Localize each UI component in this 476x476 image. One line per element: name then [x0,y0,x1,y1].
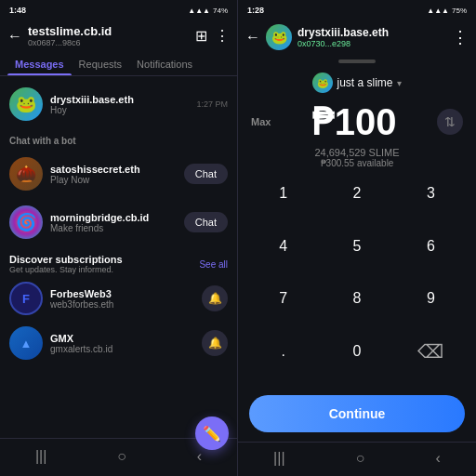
discover-subtitle: Get updates. Stay informed. [9,265,123,274]
left-time: 1:48 [9,6,26,15]
slime-amount: 24,694,529 SLIME [238,147,476,158]
numpad-0[interactable]: 0 [321,334,392,369]
bot-avatar-morning: 🌀 [9,205,43,239]
numpad-backspace[interactable]: ⌫ [395,334,467,369]
right-title-block: drystxiii.base.eth 0x0730...e298 [298,26,446,48]
bot-item-satoshi[interactable]: 🌰 satoshissecret.eth Play Now Chat [0,150,237,198]
bot-content-satoshi: satoshissecret.eth Play Now [50,164,177,185]
left-back-button[interactable]: ← [7,28,22,45]
tab-notifications[interactable]: Notifications [129,51,200,75]
nav-home-right[interactable]: ○ [341,446,380,470]
right-bottom-nav: ||| ○ ‹ [238,442,476,476]
numpad-1[interactable]: 1 [247,176,319,211]
swap-icon[interactable]: ⇅ [437,109,463,135]
numpad: 1 2 3 4 5 6 7 8 9 . 0 ⌫ [238,170,476,390]
chevron-down-icon: ▾ [397,78,402,88]
left-account-name: testslime.cb.id [28,24,190,38]
sub-item-gmx[interactable]: ▲ GMX gmxalerts.cb.id 🔔 [0,321,237,365]
bot-name-satoshi: satoshissecret.eth [50,164,177,175]
right-account-name: drystxiii.base.eth [298,26,446,39]
numpad-dot[interactable]: . [247,334,319,369]
avatar: 🐸 [9,87,43,121]
amount-row: Max ₱100 ⇅ [238,100,476,143]
discover-header: Discover subscriptions Get updates. Stay… [0,246,237,276]
bot-preview-morning: Make friends [50,223,177,233]
message-time: 1:27 PM [196,99,228,109]
numpad-2[interactable]: 2 [321,176,392,211]
token-name: just a slime [337,76,392,89]
bell-icon-gmx[interactable]: 🔔 [202,330,228,356]
signal-icon: ▲▲▲ [188,7,210,15]
nav-home-left[interactable]: ○ [102,444,141,469]
sub-address-gmx: gmxalerts.cb.id [50,344,194,354]
slime-available: ₱300.55 available [238,158,476,168]
right-account-address: 0x0730...e298 [298,39,446,48]
numpad-3[interactable]: 3 [395,176,467,211]
battery-icon: 74% [213,7,228,15]
right-signal-icon: ▲▲▲ [427,7,449,15]
bot-preview-satoshi: Play Now [50,175,177,185]
left-header: ← testslime.cb.id 0x0687...98c6 ⊞ ⋮ [0,20,237,51]
amount-display: ₱100 [271,100,437,143]
messages-list: 🐸 drystxiii.base.eth Hoy 1:27 PM Chat wi… [0,76,237,438]
chat-button-satoshi[interactable]: Chat [184,164,228,184]
max-label[interactable]: Max [251,116,271,127]
sub-name-gmx: GMX [50,333,194,344]
right-back-button[interactable]: ← [245,29,260,46]
token-avatar: 🐸 [312,73,333,93]
nav-back-right[interactable]: ‹ [421,446,456,470]
bot-avatar-satoshi: 🌰 [9,157,43,191]
avatar-forbes: F [9,282,43,315]
sender-name: drystxiii.base.eth [50,94,189,105]
numpad-9[interactable]: 9 [395,281,467,316]
sub-name-forbes: ForbesWeb3 [50,288,194,299]
left-tabs: Messages Requests Notifications [0,51,237,76]
more-icon[interactable]: ⋮ [215,27,230,45]
sub-content-forbes: ForbesWeb3 web3forbes.eth [50,288,194,310]
continue-button[interactable]: Continue [249,395,465,432]
discover-title-block: Discover subscriptions Get updates. Stay… [9,254,123,274]
numpad-7[interactable]: 7 [247,281,319,316]
right-time: 1:28 [247,6,264,15]
see-all-button[interactable]: See all [199,259,228,270]
right-avatar: 🐸 [266,24,292,50]
left-header-title: testslime.cb.id 0x0687...98c6 [28,24,190,47]
bot-content-morning: morningbridge.cb.id Make friends [50,212,177,233]
bell-icon-forbes[interactable]: 🔔 [202,285,228,311]
numpad-8[interactable]: 8 [321,281,392,316]
left-status-icons: ▲▲▲ 74% [188,7,228,15]
nav-menu-left[interactable]: ||| [20,444,61,469]
right-battery-icon: 75% [452,7,467,15]
message-content: drystxiii.base.eth Hoy [50,94,189,115]
sub-item-forbes[interactable]: F ForbesWeb3 web3forbes.eth 🔔 [0,276,237,321]
compose-fab[interactable]: ✏️ [195,416,229,450]
numpad-5[interactable]: 5 [321,229,392,264]
message-item[interactable]: 🐸 drystxiii.base.eth Hoy 1:27 PM [0,80,237,128]
chat-button-morning[interactable]: Chat [184,212,228,232]
left-panel: 1:48 ▲▲▲ 74% ← testslime.cb.id 0x0687...… [0,0,238,476]
left-account-address: 0x0687...98c6 [28,38,190,47]
qr-icon[interactable]: ⊞ [195,27,207,45]
compose-icon: ✏️ [203,425,221,443]
bot-item-morning[interactable]: 🌀 morningbridge.cb.id Make friends Chat [0,198,237,246]
message-preview: Hoy [50,105,189,115]
discover-title: Discover subscriptions [9,254,123,265]
chat-with-bot-header: Chat with a bot [0,128,237,150]
numpad-4[interactable]: 4 [247,229,319,264]
drag-handle [338,60,376,63]
nav-menu-right[interactable]: ||| [258,446,299,470]
numpad-6[interactable]: 6 [395,229,467,264]
right-more-icon[interactable]: ⋮ [452,27,469,47]
tab-requests[interactable]: Requests [72,51,129,75]
tab-messages[interactable]: Messages [7,51,72,75]
slime-info: 24,694,529 SLIME ₱300.55 available [238,147,476,168]
sub-address-forbes: web3forbes.eth [50,299,194,310]
left-status-bar: 1:48 ▲▲▲ 74% [0,0,237,20]
token-selector[interactable]: 🐸 just a slime ▾ [238,73,476,93]
right-status-bar: 1:28 ▲▲▲ 75% [238,0,476,20]
left-header-icons: ⊞ ⋮ [195,27,230,45]
sub-content-gmx: GMX gmxalerts.cb.id [50,333,194,354]
right-header: ← 🐸 drystxiii.base.eth 0x0730...e298 ⋮ [238,20,476,54]
avatar-gmx: ▲ [9,326,43,360]
bot-name-morning: morningbridge.cb.id [50,212,177,223]
